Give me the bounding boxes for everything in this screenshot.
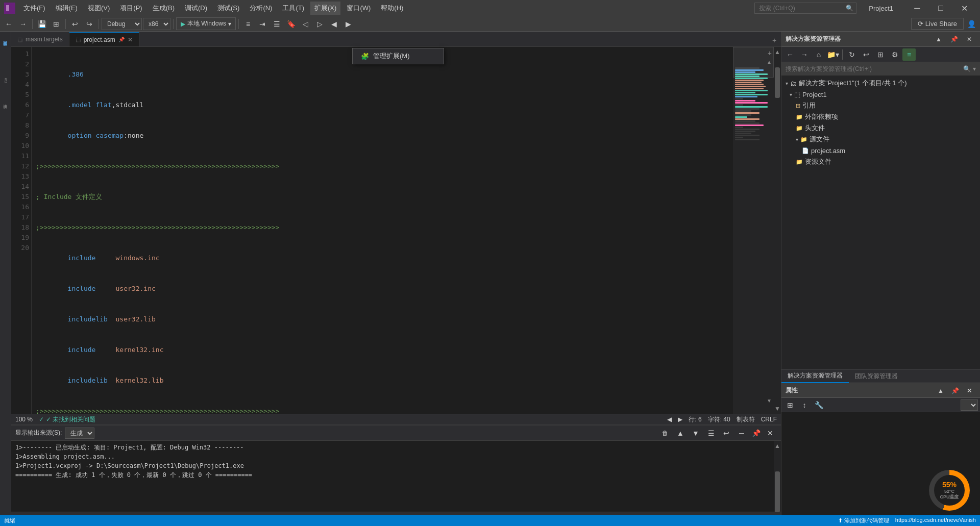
- menu-edit[interactable]: 编辑(E): [52, 2, 82, 15]
- menu-extensions[interactable]: 扩展(X): [310, 2, 340, 15]
- char-col[interactable]: 字符: 40: [708, 415, 730, 424]
- se-home[interactable]: ⌂: [812, 48, 825, 61]
- prop-grid-view[interactable]: ⊞: [783, 399, 797, 411]
- tree-external-deps[interactable]: 📁 外部依赖项: [781, 111, 980, 122]
- menu-test[interactable]: 测试(S): [213, 2, 243, 15]
- tree-resources[interactable]: 📁 资源文件: [781, 156, 980, 167]
- toolbar-indent[interactable]: ⇥: [256, 18, 269, 30]
- hscroll-right[interactable]: ▶: [678, 416, 682, 423]
- status-url[interactable]: https://blog.csdn.net/neveVanish: [895, 517, 976, 524]
- toolbar-nav4[interactable]: ▶: [341, 18, 355, 30]
- menu-build[interactable]: 生成(B): [149, 2, 179, 15]
- toolbar-back[interactable]: ←: [2, 18, 15, 30]
- minimize-button[interactable]: ─: [905, 0, 929, 16]
- toolbar-user[interactable]: 👤: [965, 18, 978, 30]
- toolbar-save[interactable]: 💾: [35, 18, 48, 30]
- output-lines[interactable]: ☰: [704, 427, 718, 439]
- menu-tools[interactable]: 工具(T): [278, 2, 308, 15]
- se-folder-dropdown[interactable]: 📁▾: [826, 48, 840, 61]
- tab-project-asm[interactable]: ⬚ project.asm 📌 ✕: [69, 32, 139, 46]
- scroll-up-btn[interactable]: ▲: [774, 47, 781, 57]
- prop-wrench[interactable]: 🔧: [812, 399, 825, 411]
- sidebar-solution-explorer[interactable]: 解决方案管理器: [1, 34, 11, 64]
- se-back[interactable]: ←: [783, 48, 797, 61]
- prop-sort[interactable]: ↕: [798, 399, 811, 411]
- se-forward[interactable]: →: [798, 48, 811, 61]
- scroll-thumb[interactable]: [775, 67, 780, 98]
- toolbar-comment[interactable]: ☰: [270, 18, 283, 30]
- prop-pin[interactable]: 📌: [948, 385, 962, 397]
- tree-solution[interactable]: ▾ 🗂 解决方案"Project1"(1 个项目/共 1 个): [781, 78, 980, 89]
- se-tab-solution[interactable]: 解决方案资源管理器: [781, 369, 849, 383]
- menu-file[interactable]: 文件(F): [19, 2, 50, 15]
- debug-config-dropdown[interactable]: Debug Release: [102, 18, 142, 30]
- menu-project[interactable]: 项目(P): [116, 2, 146, 15]
- scroll-down-btn[interactable]: ▼: [774, 404, 781, 414]
- sidebar-git[interactable]: Git: [1, 65, 11, 96]
- menu-analyze[interactable]: 分析(N): [246, 2, 276, 15]
- toolbar-undo[interactable]: ↩: [68, 18, 82, 30]
- tab-scroll-right[interactable]: +: [768, 34, 781, 46]
- menu-help[interactable]: 帮助(H): [377, 2, 407, 15]
- menu-window[interactable]: 窗口(W): [342, 2, 375, 15]
- output-wordwrap[interactable]: ↩: [720, 427, 733, 439]
- tree-source-files[interactable]: ▾ 📁 源文件: [781, 134, 980, 145]
- manage-extensions-item[interactable]: 🧩 管理扩展(M): [353, 48, 444, 64]
- output-scroll-up[interactable]: ▲: [774, 441, 781, 451]
- menu-debug[interactable]: 调试(D): [181, 2, 211, 15]
- se-search-input[interactable]: [786, 65, 961, 72]
- tab-type[interactable]: 制表符: [737, 415, 755, 424]
- output-clear[interactable]: 🗑: [658, 427, 672, 439]
- tree-project1[interactable]: ▾ ⬚ Project1: [781, 89, 980, 100]
- zoom-level[interactable]: 100 %: [15, 416, 33, 423]
- output-close[interactable]: ✕: [764, 427, 777, 439]
- output-source-select[interactable]: 生成 调试: [65, 428, 94, 439]
- minimap-down-arrow[interactable]: ▼: [767, 398, 772, 404]
- encoding[interactable]: CRLF: [761, 416, 777, 423]
- output-up[interactable]: ▲: [674, 427, 687, 439]
- source-control-link[interactable]: ⬆ 添加到源代码管理: [838, 517, 889, 524]
- output-scrollbar[interactable]: ▲ ▼: [774, 441, 781, 512]
- tab-masm-targets[interactable]: ⬚ masm.targets: [11, 32, 69, 46]
- tree-project-asm[interactable]: 📄 project.asm: [781, 145, 980, 156]
- minimap-plus[interactable]: +: [768, 49, 772, 57]
- live-share-button[interactable]: ⟳ Live Share: [911, 18, 964, 30]
- platform-dropdown[interactable]: x86 x64: [143, 18, 170, 30]
- se-refresh[interactable]: ↩: [860, 48, 873, 61]
- toolbar-nav1[interactable]: ◁: [299, 18, 312, 30]
- row-col[interactable]: 行: 6: [689, 415, 701, 424]
- se-pin-up[interactable]: ▲: [932, 33, 945, 45]
- toolbar-nav3[interactable]: ◀: [327, 18, 340, 30]
- se-properties[interactable]: ⚙: [888, 48, 901, 61]
- se-search-options[interactable]: ▾: [973, 65, 976, 72]
- prop-dropdown[interactable]: [961, 399, 978, 411]
- close-button[interactable]: ✕: [952, 0, 976, 16]
- global-search-input[interactable]: [754, 3, 856, 14]
- toolbar-redo[interactable]: ↪: [83, 18, 96, 30]
- output-down[interactable]: ▼: [689, 427, 702, 439]
- tab-close-project[interactable]: ✕: [128, 36, 133, 43]
- se-sync[interactable]: ↻: [845, 48, 859, 61]
- toolbar-nav2[interactable]: ▷: [313, 18, 326, 30]
- se-copy[interactable]: ⊞: [874, 48, 887, 61]
- toolbar-save-all[interactable]: ⊞: [50, 18, 63, 30]
- se-active-item[interactable]: ≡: [902, 48, 916, 61]
- se-close[interactable]: ✕: [963, 33, 976, 45]
- maximize-button[interactable]: □: [929, 0, 952, 16]
- tree-references[interactable]: ⊞ 引用: [781, 100, 980, 111]
- prop-close[interactable]: ✕: [963, 385, 976, 397]
- output-minimize[interactable]: ─: [735, 427, 748, 439]
- se-tab-team[interactable]: 团队资源管理器: [849, 370, 904, 383]
- toolbar-format[interactable]: ≡: [241, 18, 255, 30]
- prop-pin-up[interactable]: ▲: [934, 385, 947, 397]
- output-pin[interactable]: 📌: [749, 427, 763, 439]
- code-content[interactable]: .386 .model flat,stdcall option casemap:…: [32, 47, 733, 414]
- run-button[interactable]: ▶ 本地 Windows ▾: [176, 17, 236, 30]
- se-search-icon[interactable]: 🔍: [963, 65, 971, 72]
- vertical-scrollbar[interactable]: ▲ ▼: [774, 47, 781, 414]
- toolbar-forward[interactable]: →: [16, 18, 30, 30]
- minimap-up-arrow[interactable]: ▲: [767, 59, 772, 65]
- toolbar-bookmark[interactable]: 🔖: [284, 18, 298, 30]
- output-scroll-thumb[interactable]: [775, 471, 780, 512]
- sidebar-diagnostics[interactable]: 诊断: [1, 97, 11, 128]
